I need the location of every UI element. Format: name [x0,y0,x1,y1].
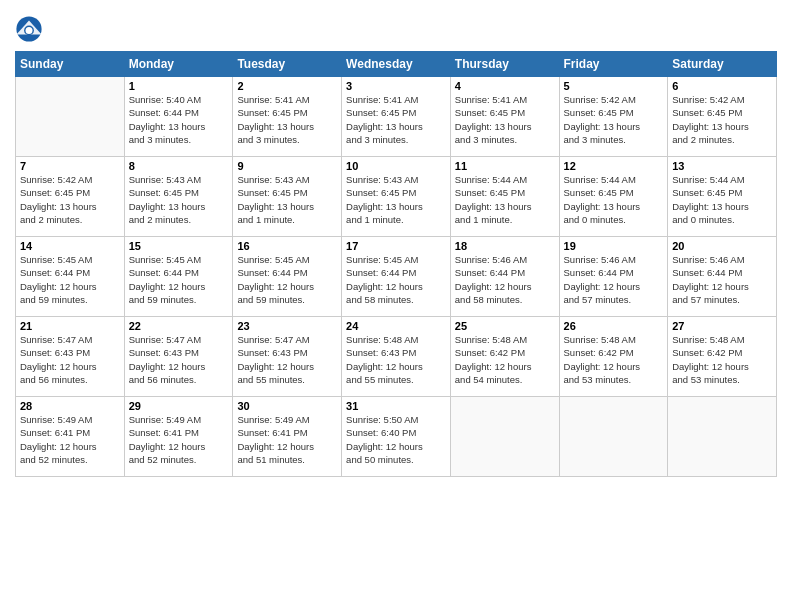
day-number: 9 [237,160,337,172]
calendar-day-cell: 21Sunrise: 5:47 AM Sunset: 6:43 PM Dayli… [16,317,125,397]
day-info: Sunrise: 5:47 AM Sunset: 6:43 PM Dayligh… [237,333,337,386]
calendar-day-cell: 4Sunrise: 5:41 AM Sunset: 6:45 PM Daylig… [450,77,559,157]
day-info: Sunrise: 5:41 AM Sunset: 6:45 PM Dayligh… [237,93,337,146]
weekday-header-cell: Tuesday [233,52,342,77]
day-number: 19 [564,240,664,252]
calendar-day-cell: 23Sunrise: 5:47 AM Sunset: 6:43 PM Dayli… [233,317,342,397]
day-info: Sunrise: 5:49 AM Sunset: 6:41 PM Dayligh… [20,413,120,466]
day-number: 16 [237,240,337,252]
day-info: Sunrise: 5:44 AM Sunset: 6:45 PM Dayligh… [455,173,555,226]
day-number: 21 [20,320,120,332]
calendar-day-cell: 29Sunrise: 5:49 AM Sunset: 6:41 PM Dayli… [124,397,233,477]
calendar-day-cell [16,77,125,157]
day-info: Sunrise: 5:50 AM Sunset: 6:40 PM Dayligh… [346,413,446,466]
calendar-day-cell [450,397,559,477]
day-number: 6 [672,80,772,92]
calendar-day-cell [668,397,777,477]
calendar-day-cell: 25Sunrise: 5:48 AM Sunset: 6:42 PM Dayli… [450,317,559,397]
day-number: 2 [237,80,337,92]
calendar-day-cell: 14Sunrise: 5:45 AM Sunset: 6:44 PM Dayli… [16,237,125,317]
calendar-day-cell: 31Sunrise: 5:50 AM Sunset: 6:40 PM Dayli… [342,397,451,477]
day-number: 1 [129,80,229,92]
calendar-day-cell: 12Sunrise: 5:44 AM Sunset: 6:45 PM Dayli… [559,157,668,237]
day-info: Sunrise: 5:45 AM Sunset: 6:44 PM Dayligh… [20,253,120,306]
calendar-day-cell: 27Sunrise: 5:48 AM Sunset: 6:42 PM Dayli… [668,317,777,397]
day-number: 15 [129,240,229,252]
day-info: Sunrise: 5:44 AM Sunset: 6:45 PM Dayligh… [564,173,664,226]
day-info: Sunrise: 5:46 AM Sunset: 6:44 PM Dayligh… [672,253,772,306]
day-number: 28 [20,400,120,412]
day-number: 26 [564,320,664,332]
calendar-day-cell: 17Sunrise: 5:45 AM Sunset: 6:44 PM Dayli… [342,237,451,317]
day-info: Sunrise: 5:47 AM Sunset: 6:43 PM Dayligh… [20,333,120,386]
day-info: Sunrise: 5:41 AM Sunset: 6:45 PM Dayligh… [346,93,446,146]
day-number: 30 [237,400,337,412]
day-info: Sunrise: 5:43 AM Sunset: 6:45 PM Dayligh… [129,173,229,226]
day-info: Sunrise: 5:42 AM Sunset: 6:45 PM Dayligh… [672,93,772,146]
day-info: Sunrise: 5:44 AM Sunset: 6:45 PM Dayligh… [672,173,772,226]
calendar-day-cell: 6Sunrise: 5:42 AM Sunset: 6:45 PM Daylig… [668,77,777,157]
day-info: Sunrise: 5:45 AM Sunset: 6:44 PM Dayligh… [129,253,229,306]
weekday-header-cell: Saturday [668,52,777,77]
calendar-day-cell: 24Sunrise: 5:48 AM Sunset: 6:43 PM Dayli… [342,317,451,397]
calendar-day-cell: 28Sunrise: 5:49 AM Sunset: 6:41 PM Dayli… [16,397,125,477]
weekday-header-cell: Wednesday [342,52,451,77]
calendar-day-cell: 11Sunrise: 5:44 AM Sunset: 6:45 PM Dayli… [450,157,559,237]
calendar-day-cell: 1Sunrise: 5:40 AM Sunset: 6:44 PM Daylig… [124,77,233,157]
calendar-day-cell: 19Sunrise: 5:46 AM Sunset: 6:44 PM Dayli… [559,237,668,317]
calendar-day-cell [559,397,668,477]
calendar-table: SundayMondayTuesdayWednesdayThursdayFrid… [15,51,777,477]
weekday-header-row: SundayMondayTuesdayWednesdayThursdayFrid… [16,52,777,77]
day-info: Sunrise: 5:43 AM Sunset: 6:45 PM Dayligh… [237,173,337,226]
day-number: 24 [346,320,446,332]
day-number: 25 [455,320,555,332]
day-info: Sunrise: 5:47 AM Sunset: 6:43 PM Dayligh… [129,333,229,386]
day-number: 13 [672,160,772,172]
calendar-week-row: 7Sunrise: 5:42 AM Sunset: 6:45 PM Daylig… [16,157,777,237]
logo-icon [15,15,43,43]
svg-point-3 [26,27,33,34]
weekday-header-cell: Sunday [16,52,125,77]
day-info: Sunrise: 5:41 AM Sunset: 6:45 PM Dayligh… [455,93,555,146]
calendar-day-cell: 20Sunrise: 5:46 AM Sunset: 6:44 PM Dayli… [668,237,777,317]
calendar-day-cell: 15Sunrise: 5:45 AM Sunset: 6:44 PM Dayli… [124,237,233,317]
calendar-day-cell: 8Sunrise: 5:43 AM Sunset: 6:45 PM Daylig… [124,157,233,237]
day-info: Sunrise: 5:48 AM Sunset: 6:42 PM Dayligh… [672,333,772,386]
calendar-week-row: 28Sunrise: 5:49 AM Sunset: 6:41 PM Dayli… [16,397,777,477]
day-info: Sunrise: 5:49 AM Sunset: 6:41 PM Dayligh… [237,413,337,466]
calendar-day-cell: 10Sunrise: 5:43 AM Sunset: 6:45 PM Dayli… [342,157,451,237]
calendar-day-cell: 26Sunrise: 5:48 AM Sunset: 6:42 PM Dayli… [559,317,668,397]
day-info: Sunrise: 5:40 AM Sunset: 6:44 PM Dayligh… [129,93,229,146]
day-info: Sunrise: 5:45 AM Sunset: 6:44 PM Dayligh… [346,253,446,306]
day-info: Sunrise: 5:42 AM Sunset: 6:45 PM Dayligh… [20,173,120,226]
day-number: 5 [564,80,664,92]
calendar-day-cell: 7Sunrise: 5:42 AM Sunset: 6:45 PM Daylig… [16,157,125,237]
day-info: Sunrise: 5:48 AM Sunset: 6:43 PM Dayligh… [346,333,446,386]
weekday-header-cell: Friday [559,52,668,77]
calendar-header: SundayMondayTuesdayWednesdayThursdayFrid… [16,52,777,77]
day-info: Sunrise: 5:45 AM Sunset: 6:44 PM Dayligh… [237,253,337,306]
calendar-week-row: 1Sunrise: 5:40 AM Sunset: 6:44 PM Daylig… [16,77,777,157]
day-number: 27 [672,320,772,332]
day-number: 29 [129,400,229,412]
day-info: Sunrise: 5:48 AM Sunset: 6:42 PM Dayligh… [455,333,555,386]
weekday-header-cell: Monday [124,52,233,77]
calendar-day-cell: 5Sunrise: 5:42 AM Sunset: 6:45 PM Daylig… [559,77,668,157]
day-number: 17 [346,240,446,252]
calendar-day-cell: 9Sunrise: 5:43 AM Sunset: 6:45 PM Daylig… [233,157,342,237]
day-number: 12 [564,160,664,172]
calendar-day-cell: 13Sunrise: 5:44 AM Sunset: 6:45 PM Dayli… [668,157,777,237]
day-number: 23 [237,320,337,332]
calendar-day-cell: 16Sunrise: 5:45 AM Sunset: 6:44 PM Dayli… [233,237,342,317]
day-info: Sunrise: 5:48 AM Sunset: 6:42 PM Dayligh… [564,333,664,386]
day-info: Sunrise: 5:49 AM Sunset: 6:41 PM Dayligh… [129,413,229,466]
day-number: 8 [129,160,229,172]
day-number: 3 [346,80,446,92]
day-number: 14 [20,240,120,252]
logo [15,15,47,43]
page-header [15,10,777,43]
day-number: 18 [455,240,555,252]
day-number: 10 [346,160,446,172]
day-info: Sunrise: 5:42 AM Sunset: 6:45 PM Dayligh… [564,93,664,146]
day-number: 31 [346,400,446,412]
